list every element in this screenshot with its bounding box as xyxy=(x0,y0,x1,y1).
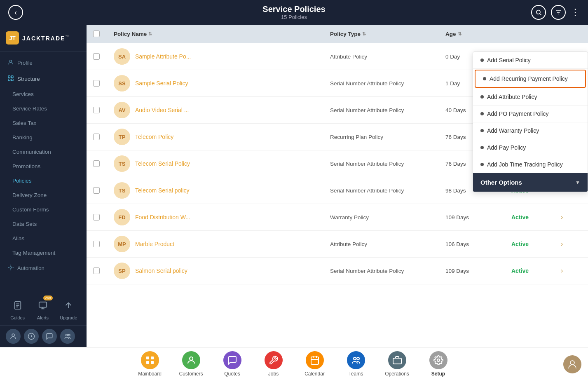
table-row[interactable]: MP Marble Product Attribute Policy 106 D… xyxy=(87,231,588,258)
policy-name-link[interactable]: Telecom Serial policy xyxy=(135,187,190,194)
sidebar-item-data-sets[interactable]: Data Sets xyxy=(0,217,87,231)
row-status-cell: Active xyxy=(511,267,561,274)
user-icon-2[interactable] xyxy=(24,329,39,344)
user-icon-4[interactable] xyxy=(60,329,75,344)
teams-nav-label: Teams xyxy=(349,371,363,377)
dropdown-item-6[interactable]: Add Job Time Tracking Policy xyxy=(473,156,588,173)
back-button[interactable]: ‹ xyxy=(8,5,23,20)
svg-rect-4 xyxy=(11,76,13,78)
sort-policy-type-icon[interactable]: ⇅ xyxy=(362,31,366,37)
dropdown-dot-icon xyxy=(480,59,484,62)
row-avatar: TS xyxy=(114,155,130,172)
jobs-nav-icon xyxy=(265,351,283,369)
logo-area: JT JACKTRADE™ xyxy=(0,25,87,52)
dropdown-dot-icon xyxy=(480,95,484,99)
sort-age-icon[interactable]: ⇅ xyxy=(458,31,461,37)
row-checkbox[interactable] xyxy=(93,214,100,220)
dropdown-item-5[interactable]: Add Pay Policy xyxy=(473,139,588,156)
row-type-cell: Recurring Plan Policy xyxy=(330,134,445,140)
bottom-nav-item-jobs[interactable]: Jobs xyxy=(253,348,294,380)
row-checkbox[interactable] xyxy=(93,80,100,87)
sidebar-item-policies[interactable]: Policies xyxy=(0,174,87,188)
row-status-cell: Active xyxy=(511,213,561,221)
policy-name-link[interactable]: Sample Serial Policy xyxy=(135,80,188,87)
row-chevron-icon[interactable]: › xyxy=(561,240,563,247)
bottom-nav-item-operations[interactable]: Operations xyxy=(377,348,418,380)
sidebar-item-automation[interactable]: Automation xyxy=(0,260,87,276)
dropdown-item-4[interactable]: Add Warranty Policy xyxy=(473,122,588,139)
calendar-nav-label: Calendar xyxy=(305,371,325,377)
bottom-nav-item-customers[interactable]: Customers xyxy=(171,348,212,380)
policy-name-link[interactable]: Marble Product xyxy=(135,241,174,247)
table-row[interactable]: SP Salmon Serial policy Serial Number At… xyxy=(87,258,588,284)
dropdown-footer-item[interactable]: Other Options ▼ xyxy=(473,173,588,192)
setup-nav-label: Setup xyxy=(431,371,445,377)
sidebar-item-structure[interactable]: Structure xyxy=(0,71,87,87)
automation-icon xyxy=(7,264,14,272)
dropdown-items: Add Serial PolicyAdd Recurring Payment P… xyxy=(473,52,588,173)
bottom-nav-item-calendar[interactable]: Calendar xyxy=(294,348,335,380)
dropdown-item-2[interactable]: Add Attribute Policy xyxy=(473,89,588,106)
sidebar-item-alias[interactable]: Alias xyxy=(0,231,87,246)
dropdown-item-0[interactable]: Add Serial Policy xyxy=(473,52,588,69)
policy-name-link[interactable]: Sample Attribute Po... xyxy=(135,53,191,60)
dropdown-item-label: Add Pay Policy xyxy=(487,144,526,151)
bottom-nav-item-teams[interactable]: Teams xyxy=(335,348,377,380)
sidebar-item-delivery-zone[interactable]: Delivery Zone xyxy=(0,188,87,202)
dropdown-dot-icon xyxy=(483,77,486,80)
user-icon-1[interactable] xyxy=(6,329,21,344)
row-checkbox[interactable] xyxy=(93,160,100,167)
svg-point-7 xyxy=(10,267,12,268)
row-avatar: TP xyxy=(114,129,130,145)
row-checkbox-cell xyxy=(93,241,114,247)
policy-name-link[interactable]: Food Distribution W... xyxy=(135,214,190,220)
sidebar-item-services[interactable]: Services xyxy=(0,87,87,101)
sidebar-item-service-rates[interactable]: Service Rates xyxy=(0,101,87,116)
dropdown-item-label: Add PO Payment Policy xyxy=(487,110,548,117)
upgrade-button[interactable]: Upgrade xyxy=(60,297,77,320)
policy-name-link[interactable]: Salmon Serial policy xyxy=(135,267,187,274)
sidebar-item-banking[interactable]: Banking xyxy=(0,130,87,145)
row-chevron-icon[interactable]: › xyxy=(561,213,563,220)
sidebar-item-communication[interactable]: Communication xyxy=(0,145,87,159)
bottom-nav-item-setup[interactable]: Setup xyxy=(418,348,459,380)
user-avatar[interactable] xyxy=(563,355,581,373)
row-checkbox[interactable] xyxy=(93,187,100,194)
svg-rect-5 xyxy=(8,79,10,81)
bottom-nav-item-quotes[interactable]: Quotes xyxy=(212,348,253,380)
row-checkbox[interactable] xyxy=(93,241,100,247)
row-checkbox[interactable] xyxy=(93,267,100,274)
policy-name-link[interactable]: Telecom Policy xyxy=(135,134,173,140)
bottom-nav-item-mainboard[interactable]: Mainboard xyxy=(129,348,171,380)
table-row[interactable]: FD Food Distribution W... Warranty Polic… xyxy=(87,204,588,231)
dropdown-item-1[interactable]: Add Recurring Payment Policy xyxy=(475,70,586,88)
customers-nav-icon xyxy=(182,351,200,369)
sidebar-item-sales-tax[interactable]: Sales Tax xyxy=(0,116,87,130)
page-title: Service Policies xyxy=(262,5,325,14)
select-all-checkbox[interactable] xyxy=(93,30,100,37)
sort-policy-name-icon[interactable]: ⇅ xyxy=(148,31,152,37)
filter-button[interactable] xyxy=(551,5,566,20)
row-checkbox[interactable] xyxy=(93,134,100,140)
more-options-button[interactable]: ⋮ xyxy=(571,7,580,18)
search-button[interactable] xyxy=(531,5,546,20)
svg-rect-19 xyxy=(146,361,149,364)
row-checkbox[interactable] xyxy=(93,53,100,60)
row-chevron-icon[interactable]: › xyxy=(561,267,563,274)
policy-name-link[interactable]: Audio Video Serial ... xyxy=(135,107,189,113)
sidebar-navigation: Profile Structure Services Service Rates… xyxy=(0,52,87,292)
row-checkbox[interactable] xyxy=(93,107,100,113)
sidebar-item-promotions[interactable]: Promotions xyxy=(0,159,87,174)
alias-label: Alias xyxy=(12,235,24,242)
dropdown-item-3[interactable]: Add PO Payment Policy xyxy=(473,106,588,122)
sidebar-item-profile[interactable]: Profile xyxy=(0,55,87,71)
policy-name-link[interactable]: Telecom Serial Policy xyxy=(135,160,190,167)
sidebar-item-tag-management[interactable]: Tag Management xyxy=(0,246,87,260)
sidebar-item-custom-forms[interactable]: Custom Forms xyxy=(0,202,87,217)
services-label: Services xyxy=(12,91,34,97)
guides-button[interactable]: Guides xyxy=(9,297,26,320)
user-icon-3[interactable] xyxy=(42,329,57,344)
alerts-button[interactable]: 268 Alerts xyxy=(35,297,51,320)
top-header: ‹ Service Policies 15 Policies ⋮ xyxy=(0,0,588,25)
row-checkbox-cell xyxy=(93,53,114,60)
